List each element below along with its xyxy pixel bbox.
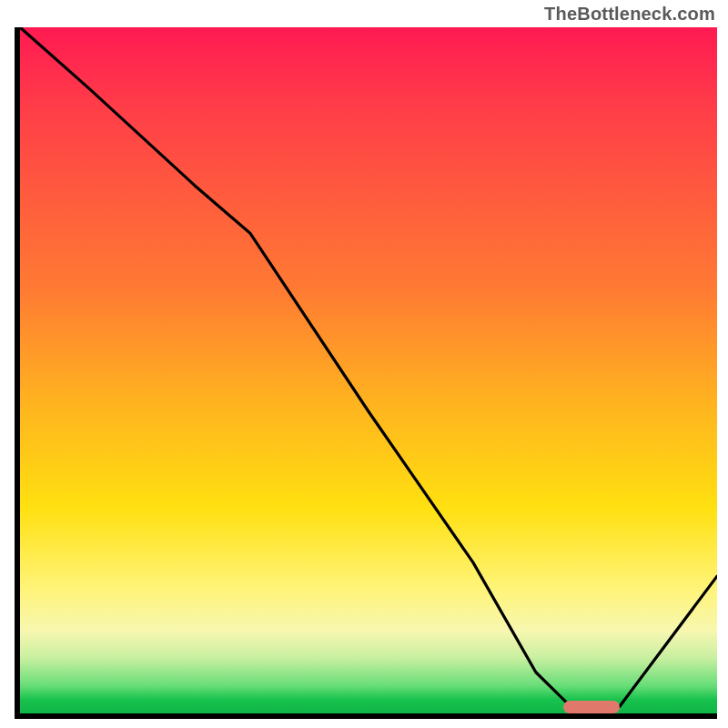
bottleneck-curve <box>20 27 717 713</box>
chart-plot-area <box>20 27 717 713</box>
attribution-text: TheBottleneck.com <box>544 4 715 25</box>
optimal-range-marker <box>563 701 619 713</box>
chart-axes-frame <box>15 27 717 719</box>
bottleneck-curve-path <box>20 27 717 713</box>
